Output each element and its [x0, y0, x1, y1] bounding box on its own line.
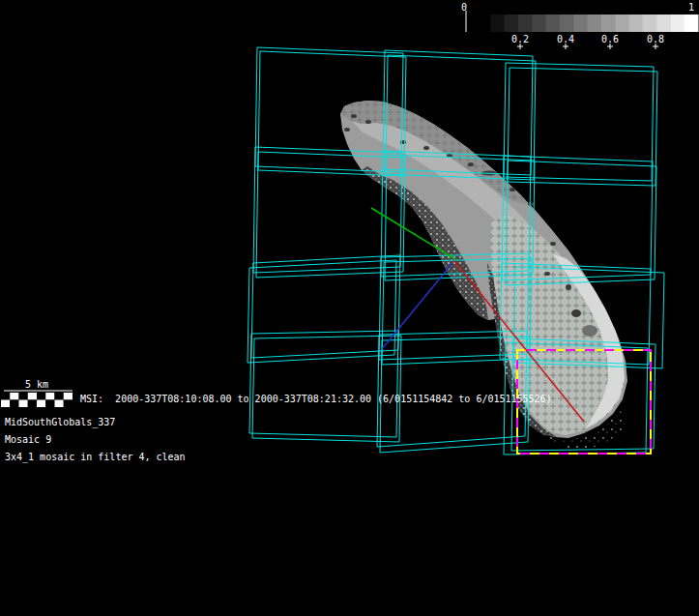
scale-checker-cell	[64, 393, 73, 400]
colorbar-tick-label: 0.4	[557, 34, 574, 45]
mosaic-footprint	[251, 255, 400, 358]
crater-spot	[582, 325, 597, 337]
colorbar-step	[546, 15, 561, 32]
mosaic-description: 3x4_1 mosaic in filter 4, clean	[5, 452, 186, 463]
mosaic-footprint	[248, 260, 396, 363]
colorbar-tick-label: 0.8	[647, 34, 664, 45]
crater-spot	[566, 284, 571, 290]
crater-spot	[510, 188, 515, 191]
colorbar-step	[588, 15, 602, 32]
scale-checker-cell	[64, 400, 73, 408]
crater-spot	[550, 242, 556, 246]
crater-spot	[423, 146, 429, 150]
scale-checker-cell	[19, 393, 28, 400]
colorbar-min-label: 0	[461, 2, 467, 14]
scale-checker-cell	[45, 393, 54, 400]
sequence-name: MidSouthGlobals_337	[5, 417, 115, 428]
colorbar-step	[601, 15, 616, 32]
colorbar-step	[670, 15, 684, 32]
scale-checker-cell	[37, 400, 45, 408]
crater-spot	[468, 162, 474, 166]
colorbar-tick-label: 0.2	[511, 34, 529, 45]
mosaic-display-window: { "colorbar": { "min_label": "0", "max_l…	[0, 0, 699, 616]
msi-status-line: MSI: 2000-337T08:10:08.00 to 2000-337T08…	[80, 394, 552, 405]
scale-checker-cell	[19, 400, 28, 408]
scale-checker-cell	[45, 400, 54, 408]
colorbar-tick-label: 0.6	[601, 34, 619, 45]
colorbar-step	[684, 15, 699, 32]
colorbar-step	[615, 15, 629, 32]
scale-checker-cell	[28, 393, 37, 400]
colorbar-step	[477, 15, 491, 32]
colorbar-step	[573, 15, 588, 32]
crater-spot	[344, 128, 350, 132]
scale-bar	[1, 391, 73, 407]
scale-checker-cell	[10, 400, 18, 408]
mosaic-footprint	[508, 68, 657, 186]
crater-spot	[365, 120, 371, 124]
scale-checker-cell	[28, 400, 37, 408]
scale-label: 5 km	[25, 379, 48, 391]
scale-checker-cell	[10, 393, 18, 400]
colorbar-step	[490, 15, 505, 32]
mosaic-number: Mosaic 9	[5, 434, 51, 446]
colorbar-step	[505, 15, 519, 32]
colorbar-max-label: 1	[688, 2, 694, 14]
scale-checker-cell	[1, 400, 10, 408]
colorbar-step	[643, 15, 657, 32]
colorbar-step	[628, 15, 643, 32]
crater-spot	[351, 114, 357, 118]
mosaic-footprint	[249, 331, 398, 437]
crater-spot	[400, 140, 406, 144]
scale-checker-cell	[55, 400, 64, 408]
display-canvas[interactable]	[0, 0, 699, 616]
scale-checker-cell	[37, 393, 45, 400]
crater-spot	[571, 309, 581, 317]
scale-checker-cell	[55, 393, 64, 400]
crater-spot	[528, 202, 534, 206]
crater-spot	[544, 272, 550, 276]
colorbar-step	[560, 15, 574, 32]
colorbar-step	[518, 15, 533, 32]
scale-checker-cell	[1, 393, 10, 400]
colorbar-step	[532, 15, 546, 32]
colorbar-step	[656, 15, 671, 32]
